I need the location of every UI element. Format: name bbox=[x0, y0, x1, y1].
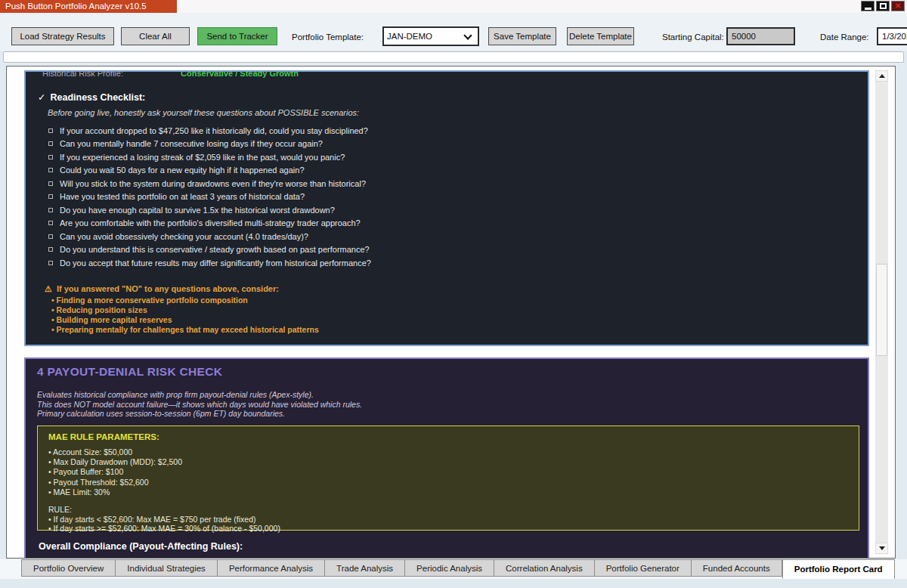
scroll-down-icon bbox=[879, 546, 885, 550]
mae-param: • Payout Threshold: $52,600 bbox=[48, 478, 848, 487]
tab-trade-analysis[interactable]: Trade Analysis bbox=[325, 559, 405, 577]
toolbar: Load Strategy Results Clear All Send to … bbox=[0, 13, 907, 51]
checklist-item: Have you tested this portfolio on at lea… bbox=[48, 190, 371, 204]
starting-capital-input[interactable] bbox=[726, 27, 795, 45]
date-range-label: Date Range: bbox=[820, 32, 869, 42]
minimize-button[interactable] bbox=[861, 1, 874, 11]
checklist-items: If your account dropped to $47,250 like … bbox=[48, 124, 371, 270]
load-strategy-results-button[interactable]: Load Strategy Results bbox=[11, 27, 114, 45]
delete-template-button[interactable]: Delete Template bbox=[567, 27, 634, 45]
checkbox-icon bbox=[48, 141, 53, 146]
mae-rule: • If day starts >= $52,600: Max MAE = 30… bbox=[48, 524, 848, 533]
checkbox-icon bbox=[48, 208, 53, 212]
checkbox-icon bbox=[48, 221, 53, 225]
checkbox-icon bbox=[48, 247, 53, 252]
window-title: Push Button Portfolio Analyzer v10.5 bbox=[0, 0, 177, 13]
close-button[interactable]: ✕ bbox=[891, 1, 905, 11]
status-strip bbox=[3, 51, 904, 63]
checklist-item: Will you stick to the system during draw… bbox=[48, 177, 371, 190]
minimize-icon bbox=[865, 8, 871, 10]
checkbox-icon bbox=[48, 181, 53, 186]
payout-check-description: Evaluates historical compliance with pro… bbox=[37, 390, 362, 419]
mae-rule: • If day starts < $52,600: Max MAE = $75… bbox=[48, 515, 848, 524]
payout-check-title: 4 PAYOUT-DENIAL RISK CHECK bbox=[37, 365, 222, 379]
tab-funded-accounts[interactable]: Funded Accounts bbox=[692, 559, 782, 577]
mae-param: • Payout Buffer: $100 bbox=[48, 467, 848, 477]
save-template-button[interactable]: Save Template bbox=[488, 27, 556, 45]
risk-profile-value: Conservative / Steady Growth bbox=[181, 70, 299, 78]
tab-portfolio-report-card[interactable]: Portfolio Report Card bbox=[782, 559, 895, 579]
report-content: Historical Risk Profile: Conservative / … bbox=[6, 66, 896, 559]
tab-correlation-analysis[interactable]: Correlation Analysis bbox=[494, 559, 595, 577]
maximize-icon bbox=[880, 3, 887, 9]
window-bottom-strip bbox=[0, 579, 907, 588]
mae-rule-parameters-box: MAE RULE PARAMETERS: • Account Size: $50… bbox=[37, 426, 859, 531]
chevron-down-icon bbox=[463, 31, 472, 39]
payout-denial-panel: 4 PAYOUT-DENIAL RISK CHECK Evaluates his… bbox=[24, 357, 869, 559]
checklist-item: Are you comfortable with the portfolio's… bbox=[48, 217, 371, 231]
readiness-panel: Historical Risk Profile: Conservative / … bbox=[24, 70, 869, 346]
portfolio-template-select[interactable]: JAN-DEMO bbox=[382, 26, 479, 46]
tab-bar: Portfolio Overview Individual Strategies… bbox=[0, 559, 907, 579]
tab-portfolio-overview[interactable]: Portfolio Overview bbox=[21, 559, 116, 577]
tab-portfolio-generator[interactable]: Portfolio Generator bbox=[595, 559, 692, 577]
checklist-item: Can you avoid obsessively checking your … bbox=[48, 230, 371, 243]
title-bar: Push Button Portfolio Analyzer v10.5 ✕ bbox=[0, 0, 907, 13]
warning-item: • Building more capital reserves bbox=[51, 315, 319, 325]
description-line: This does NOT model account failure—it s… bbox=[37, 400, 362, 410]
app-window: Push Button Portfolio Analyzer v10.5 ✕ L… bbox=[0, 0, 907, 588]
portfolio-template-label: Portfolio Template: bbox=[292, 32, 364, 42]
checklist-title: ✓Readiness Checklist: bbox=[38, 91, 145, 103]
risk-profile-label: Historical Risk Profile: bbox=[42, 70, 178, 78]
date-range-input[interactable] bbox=[877, 27, 907, 45]
description-line: Evaluates historical compliance with pro… bbox=[37, 390, 362, 400]
tab-individual-strategies[interactable]: Individual Strategies bbox=[116, 559, 218, 577]
checklist-item: If your account dropped to $47,250 like … bbox=[48, 124, 371, 138]
checklist-item: Can you mentally handle 7 consecutive lo… bbox=[48, 138, 371, 151]
send-to-tracker-button[interactable]: Send to Tracker bbox=[197, 27, 277, 45]
checklist-item: If you experienced a losing streak of $2… bbox=[48, 150, 371, 164]
scroll-down-button[interactable] bbox=[875, 543, 888, 554]
rule-label: RULE: bbox=[48, 505, 848, 515]
clear-all-button[interactable]: Clear All bbox=[121, 27, 190, 45]
starting-capital-label: Starting Capital: bbox=[662, 32, 724, 42]
mae-param: • Account Size: $50,000 bbox=[48, 447, 848, 457]
checkbox-icon bbox=[48, 194, 53, 199]
checkbox-icon bbox=[48, 234, 53, 239]
checkbox-icon bbox=[48, 261, 53, 265]
checkbox-icon bbox=[48, 168, 53, 172]
warning-title: ⚠If you answered "NO" to any questions a… bbox=[45, 284, 319, 294]
mae-param: • MAE Limit: 30% bbox=[48, 487, 848, 497]
warning-item: • Reducing position sizes bbox=[51, 305, 319, 315]
tab-performance-analysis[interactable]: Performance Analysis bbox=[218, 559, 325, 577]
checklist-item: Do you have enough capital to survive 1.… bbox=[48, 203, 371, 217]
warning-item: • Finding a more conservative portfolio … bbox=[51, 296, 319, 305]
vertical-scrollbar[interactable] bbox=[875, 70, 888, 554]
portfolio-template-value: JAN-DEMO bbox=[387, 32, 432, 41]
warning-icon: ⚠ bbox=[45, 284, 52, 293]
warning-item: • Preparing mentally for challenges that… bbox=[51, 325, 319, 335]
maximize-button[interactable] bbox=[876, 1, 890, 11]
overall-compliance-heading: Overall Compliance (Payout-Affecting Rul… bbox=[39, 541, 243, 552]
scroll-up-button[interactable] bbox=[875, 70, 888, 82]
window-controls: ✕ bbox=[861, 1, 905, 11]
checklist-item: Do you accept that future results may di… bbox=[48, 256, 371, 270]
warning-block: ⚠If you answered "NO" to any questions a… bbox=[45, 284, 319, 335]
checklist-item: Do you understand this is conservative /… bbox=[48, 243, 371, 257]
checkbox-icon bbox=[48, 128, 53, 133]
risk-profile-row: Historical Risk Profile: Conservative / … bbox=[42, 70, 299, 78]
scrollbar-thumb[interactable] bbox=[876, 264, 887, 356]
checklist-intro: Before going live, honestly ask yourself… bbox=[48, 108, 359, 117]
description-line: Primary calculation uses session-to-sess… bbox=[37, 409, 362, 419]
mae-param: • Max Daily Drawdown (MDD): $2,500 bbox=[48, 457, 848, 467]
checklist-item: Could you wait 50 days for a new equity … bbox=[48, 164, 371, 178]
scroll-up-icon bbox=[879, 74, 885, 78]
close-icon: ✕ bbox=[895, 2, 901, 10]
tab-periodic-analysis[interactable]: Periodic Analysis bbox=[405, 559, 494, 577]
checkbox-icon bbox=[48, 155, 53, 159]
mae-box-title: MAE RULE PARAMETERS: bbox=[48, 432, 848, 441]
check-icon: ✓ bbox=[38, 92, 45, 103]
